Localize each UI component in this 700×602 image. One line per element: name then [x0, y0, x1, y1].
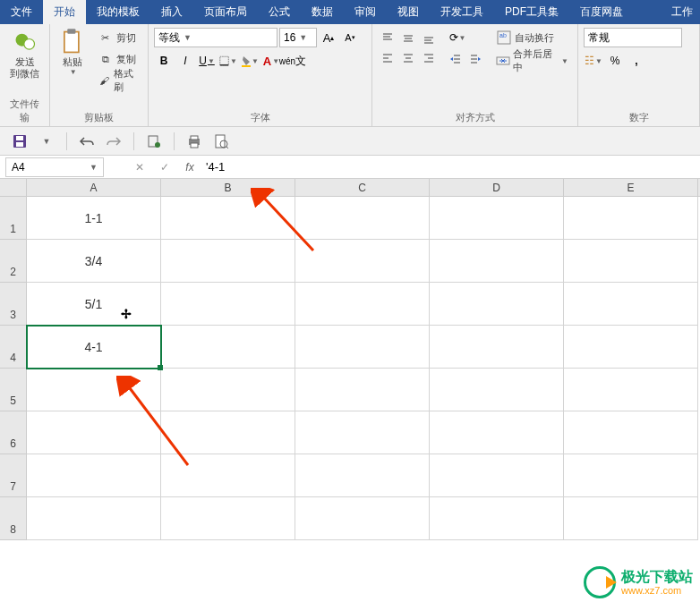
formula-input[interactable]: '4-1 — [199, 160, 700, 174]
qat-dropdown[interactable]: ▼ — [36, 131, 57, 152]
font-size-combo[interactable]: 16▼ — [279, 28, 317, 47]
cell[interactable] — [161, 197, 295, 240]
row-header[interactable]: 7 — [0, 454, 27, 497]
percent-button[interactable]: % — [605, 51, 625, 71]
qat-btn-1[interactable] — [143, 131, 165, 152]
row-header[interactable]: 8 — [0, 497, 27, 540]
select-all-corner[interactable] — [0, 179, 27, 196]
cell[interactable] — [430, 240, 564, 283]
row-header[interactable]: 3 — [0, 283, 27, 326]
cell[interactable] — [295, 240, 430, 283]
cell[interactable] — [430, 497, 564, 540]
cell[interactable] — [564, 454, 698, 497]
align-left-button[interactable] — [378, 48, 397, 68]
column-header[interactable]: E — [564, 179, 698, 196]
row-header[interactable]: 6 — [0, 411, 27, 454]
row-header[interactable]: 2 — [0, 240, 27, 283]
cancel-formula-button[interactable]: ✕ — [131, 158, 149, 176]
menu-tab-8[interactable]: 视图 — [387, 0, 430, 24]
cell[interactable] — [430, 369, 564, 411]
send-to-wechat-button[interactable]: 发送 到微信 — [5, 28, 44, 80]
font-name-combo[interactable]: 等线▼ — [154, 28, 277, 47]
increase-font-button[interactable]: A▴ — [319, 28, 338, 47]
align-middle-button[interactable] — [398, 28, 418, 47]
decrease-font-button[interactable]: A▾ — [340, 28, 360, 47]
align-top-button[interactable] — [378, 28, 397, 47]
cell[interactable] — [161, 497, 295, 540]
cell[interactable]: 1-1 — [27, 197, 161, 240]
cell[interactable] — [564, 497, 698, 540]
comma-button[interactable]: , — [627, 51, 646, 71]
cell[interactable]: 3/4 — [27, 240, 161, 283]
cell[interactable] — [295, 369, 430, 411]
wrap-text-button[interactable]: ab 自动换行 — [492, 28, 572, 47]
merge-center-button[interactable]: 合并后居中▼ — [492, 51, 572, 71]
border-button[interactable]: ▼ — [218, 51, 238, 71]
fx-button[interactable]: fx — [181, 158, 199, 176]
cell[interactable]: 4-1 — [27, 326, 161, 369]
cell[interactable] — [564, 411, 698, 454]
menu-tab-0[interactable]: 文件 — [0, 0, 43, 24]
row-header[interactable]: 1 — [0, 197, 27, 240]
currency-button[interactable]: ☷▼ — [584, 51, 603, 71]
cell[interactable] — [161, 369, 295, 411]
cell[interactable] — [295, 454, 430, 497]
menu-tab-3[interactable]: 插入 — [150, 0, 193, 24]
format-painter-button[interactable]: 🖌 格式刷 — [94, 71, 142, 90]
cell[interactable] — [161, 283, 295, 326]
cell[interactable] — [295, 411, 430, 454]
row-header[interactable]: 4 — [0, 326, 27, 369]
menu-tab-1[interactable]: 开始 — [43, 0, 86, 24]
column-header[interactable]: C — [295, 179, 430, 196]
menu-tab-4[interactable]: 页面布局 — [193, 0, 258, 24]
align-right-button[interactable] — [419, 48, 439, 68]
undo-button[interactable] — [76, 131, 98, 152]
cell[interactable] — [27, 454, 161, 497]
underline-button[interactable]: U▼ — [197, 51, 217, 71]
column-header[interactable]: A — [27, 179, 161, 196]
bold-button[interactable]: B — [154, 51, 174, 71]
cut-button[interactable]: ✂ 剪切 — [94, 28, 142, 47]
cell[interactable] — [430, 326, 564, 369]
menu-tab-11[interactable]: 百度网盘 — [569, 0, 634, 24]
cell[interactable] — [430, 411, 564, 454]
number-format-combo[interactable]: 常规 — [584, 28, 682, 47]
cell[interactable] — [27, 411, 161, 454]
copy-button[interactable]: ⧉ 复制 — [94, 49, 142, 69]
print-preview-button[interactable] — [210, 131, 232, 152]
phonetic-button[interactable]: wén文 — [283, 51, 303, 71]
paste-button[interactable]: 粘贴 ▼ — [55, 28, 90, 76]
fill-color-button[interactable]: ▼ — [240, 51, 260, 71]
increase-indent-button[interactable] — [465, 49, 485, 69]
cell[interactable]: 5/1 — [27, 283, 161, 326]
cell[interactable] — [27, 497, 161, 540]
font-color-button[interactable]: A▼ — [261, 51, 281, 71]
name-box[interactable]: A4 ▼ — [5, 157, 104, 177]
row-header[interactable]: 5 — [0, 369, 27, 411]
cell[interactable] — [430, 283, 564, 326]
column-header[interactable]: B — [161, 179, 295, 196]
print-button[interactable] — [184, 131, 205, 152]
cell[interactable] — [161, 240, 295, 283]
cell[interactable] — [161, 411, 295, 454]
cell[interactable] — [161, 454, 295, 497]
cell[interactable] — [564, 326, 698, 369]
cell[interactable] — [295, 283, 430, 326]
cell[interactable] — [430, 454, 564, 497]
cell[interactable] — [161, 326, 295, 369]
cell[interactable] — [564, 283, 698, 326]
save-button[interactable] — [9, 131, 30, 152]
menu-tab-2[interactable]: 我的模板 — [86, 0, 150, 24]
cell[interactable] — [564, 197, 698, 240]
orientation-button[interactable]: ⟳▼ — [446, 28, 469, 47]
redo-button[interactable] — [103, 131, 124, 152]
column-header[interactable]: D — [430, 179, 564, 196]
italic-button[interactable]: I — [175, 51, 195, 71]
accept-formula-button[interactable]: ✓ — [156, 158, 174, 176]
cell[interactable] — [564, 369, 698, 411]
align-center-button[interactable] — [398, 48, 418, 68]
menu-tab-6[interactable]: 数据 — [301, 0, 344, 24]
menu-tab-10[interactable]: PDF工具集 — [494, 0, 569, 24]
menu-tab-5[interactable]: 公式 — [258, 0, 301, 24]
align-bottom-button[interactable] — [419, 28, 439, 47]
